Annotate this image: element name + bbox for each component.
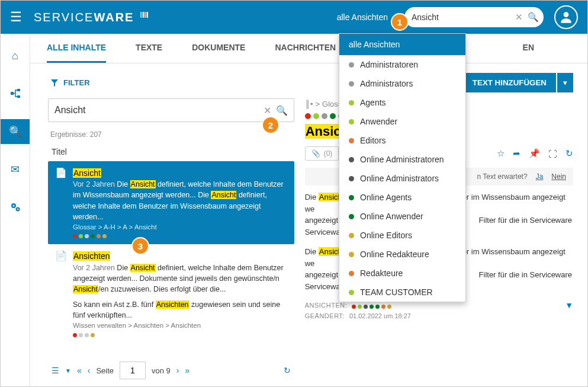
color-dot-icon xyxy=(349,252,354,257)
pin-icon[interactable]: 📌 xyxy=(529,148,540,159)
view-dropdown[interactable]: alle Ansichten AdministratorenAdministra… xyxy=(339,33,466,302)
view-dropdown-item[interactable]: Online Anwender xyxy=(339,207,465,226)
brand-prefix: SERVICE xyxy=(34,11,94,24)
svg-rect-9 xyxy=(17,95,20,98)
brand-suffix: WARE xyxy=(94,11,134,24)
hamburger-icon[interactable]: ☰ xyxy=(10,9,22,25)
view-dropdown-item[interactable]: Online Administrators xyxy=(339,169,465,188)
refresh-icon[interactable]: ↻ xyxy=(284,366,291,375)
color-dot-icon xyxy=(349,119,354,124)
paperclip-icon: 📎 xyxy=(311,149,320,158)
color-dot-icon xyxy=(349,271,354,276)
sidebar-item-tree[interactable] xyxy=(1,81,30,106)
color-dot-icon xyxy=(349,62,354,68)
view-dropdown-header[interactable]: alle Ansichten xyxy=(339,34,465,55)
view-dropdown-item[interactable]: Online Editors xyxy=(339,226,465,245)
list-icon[interactable]: ☰ xyxy=(52,366,59,375)
result-title: Ansichten xyxy=(73,251,110,261)
user-avatar[interactable] xyxy=(554,5,578,29)
pager: ☰ ▼ « ‹ Seite von 9 › » ↻ xyxy=(48,354,294,386)
svg-rect-4 xyxy=(146,12,146,18)
view-dropdown-item[interactable]: Online Redakteure xyxy=(339,245,465,264)
filter-search-icon[interactable]: 🔍 xyxy=(276,105,288,116)
document-icon: 📄 xyxy=(55,250,67,337)
feedback-no[interactable]: Nein xyxy=(551,172,566,181)
view-dropdown-item-label: Agents xyxy=(360,98,386,107)
global-search[interactable]: ✕ 🔍 xyxy=(404,7,544,27)
view-dropdown-item[interactable]: Administratoren xyxy=(339,55,465,74)
callout-badge-2: 2 xyxy=(262,116,279,134)
result-dots xyxy=(73,333,287,337)
fullscreen-icon[interactable]: ⛶ xyxy=(548,149,557,159)
tab-alle-inhalte[interactable]: ALLE INHALTE xyxy=(47,34,106,63)
view-dropdown-item[interactable]: Redakteure xyxy=(339,264,465,283)
tab-dokumente[interactable]: DOKUMENTE xyxy=(192,34,245,63)
clear-icon[interactable]: ✕ xyxy=(515,12,523,23)
view-dropdown-item-label: Administratoren xyxy=(360,60,418,69)
user-icon xyxy=(558,9,574,25)
share-icon[interactable]: ➦ xyxy=(513,148,520,159)
svg-rect-5 xyxy=(147,12,148,18)
result-row[interactable]: 📄 Ansichten Vor 2 Jahren Die Ansicht def… xyxy=(48,244,294,343)
page-input[interactable] xyxy=(120,362,146,379)
view-dropdown-item[interactable]: Online Agents xyxy=(339,188,465,207)
search-icon[interactable]: 🔍 xyxy=(528,12,539,23)
view-dropdown-item[interactable]: TEAM CUSTOMER xyxy=(339,283,465,302)
left-sidebar: ⌂ 🔍 ✉ xyxy=(1,34,30,386)
document-icon: 📄 xyxy=(55,167,67,238)
clear-filter-icon[interactable]: ✕ xyxy=(264,105,271,116)
add-text-dropdown[interactable]: ▾ xyxy=(557,73,573,92)
expand-icon[interactable]: ▼ xyxy=(565,300,573,310)
view-dropdown-item[interactable]: Agents xyxy=(339,93,465,112)
view-dropdown-item-label: Editors xyxy=(360,136,386,145)
attachments-button[interactable]: 📎 (0) xyxy=(305,146,339,161)
chevron-down-icon[interactable]: ▼ xyxy=(65,367,71,374)
view-dropdown-item-label: TEAM CUSTOMER xyxy=(360,287,433,297)
view-dropdown-item-label: Redakteure xyxy=(360,268,403,278)
global-search-input[interactable] xyxy=(412,12,515,22)
filter-label: FILTER xyxy=(63,78,90,87)
tree-nav-icon[interactable]: ║• xyxy=(305,100,313,108)
result-title: Ansicht xyxy=(73,168,101,178)
page-last-icon[interactable]: » xyxy=(185,366,190,375)
sidebar-item-settings[interactable] xyxy=(1,195,30,220)
view-selector[interactable]: alle Ansichten ▼ xyxy=(337,12,397,22)
feedback-yes[interactable]: Ja xyxy=(536,172,544,181)
view-dropdown-item[interactable]: Online Administratoren xyxy=(339,150,465,169)
tab-nachrichten[interactable]: NACHRICHTEN xyxy=(275,34,336,63)
tree-icon xyxy=(10,88,21,99)
color-dot-icon xyxy=(349,100,354,105)
sidebar-item-home[interactable]: ⌂ xyxy=(1,43,30,68)
filter-input-box[interactable]: ✕ 🔍 xyxy=(48,98,294,122)
result-row[interactable]: 📄 Ansicht Vor 2 Jahren Die Ansicht defin… xyxy=(48,161,294,244)
page-next-icon[interactable]: › xyxy=(176,366,179,375)
feedback-question: n Text erwartet? xyxy=(477,172,527,181)
sidebar-item-search[interactable]: 🔍 xyxy=(1,119,30,144)
view-dropdown-item[interactable]: Anwender xyxy=(339,112,465,131)
page-first-icon[interactable]: « xyxy=(77,366,82,375)
star-icon[interactable]: ☆ xyxy=(497,148,505,159)
attachments-count: (0) xyxy=(324,149,333,158)
gears-icon xyxy=(10,202,21,213)
filter-button[interactable]: FILTER xyxy=(50,78,90,87)
tab-en[interactable]: EN xyxy=(523,34,534,63)
toolbar: FILTER TEXT HINZUFÜGEN ▾ xyxy=(30,63,587,98)
view-dropdown-item[interactable]: Administrators xyxy=(339,74,465,93)
sidebar-item-mail[interactable]: ✉ xyxy=(1,157,30,182)
page-of: von 9 xyxy=(152,366,171,375)
svg-point-13 xyxy=(17,209,18,210)
view-dropdown-item-label: Anwender xyxy=(360,117,397,126)
svg-rect-7 xyxy=(11,92,14,95)
svg-rect-8 xyxy=(17,89,20,91)
filter-input[interactable] xyxy=(54,105,264,116)
page-prev-icon[interactable]: ‹ xyxy=(88,366,91,375)
refresh-icon[interactable]: ↻ xyxy=(565,148,573,159)
view-dropdown-item-label: Administrators xyxy=(360,79,413,88)
callout-badge-1: 1 xyxy=(391,13,409,31)
result-dots xyxy=(73,234,287,238)
color-dot-icon xyxy=(349,138,354,143)
view-dropdown-item[interactable]: Editors xyxy=(339,131,465,150)
tab-texte[interactable]: TEXTE xyxy=(136,34,162,63)
funnel-icon xyxy=(50,79,59,87)
page-label: Seite xyxy=(96,366,114,375)
